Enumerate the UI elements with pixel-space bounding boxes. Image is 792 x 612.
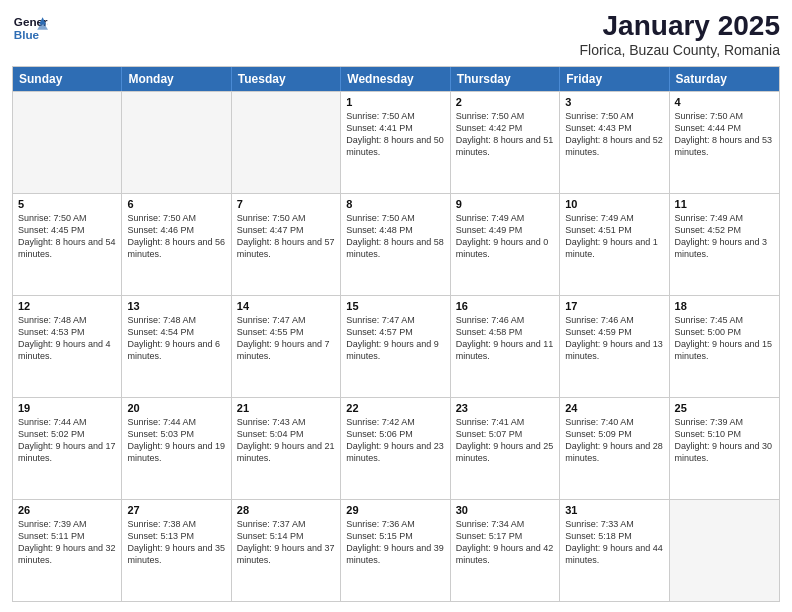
cell-info: Sunrise: 7:49 AM Sunset: 4:51 PM Dayligh… <box>565 212 663 261</box>
day-number: 29 <box>346 504 444 516</box>
cal-cell: 6Sunrise: 7:50 AM Sunset: 4:46 PM Daylig… <box>122 194 231 295</box>
week-row-5: 26Sunrise: 7:39 AM Sunset: 5:11 PM Dayli… <box>13 499 779 601</box>
cell-info: Sunrise: 7:50 AM Sunset: 4:44 PM Dayligh… <box>675 110 774 159</box>
week-row-1: 1Sunrise: 7:50 AM Sunset: 4:41 PM Daylig… <box>13 91 779 193</box>
cell-info: Sunrise: 7:50 AM Sunset: 4:46 PM Dayligh… <box>127 212 225 261</box>
svg-text:Blue: Blue <box>14 28 40 41</box>
logo: General Blue <box>12 10 48 46</box>
week-row-4: 19Sunrise: 7:44 AM Sunset: 5:02 PM Dayli… <box>13 397 779 499</box>
week-row-3: 12Sunrise: 7:48 AM Sunset: 4:53 PM Dayli… <box>13 295 779 397</box>
cell-info: Sunrise: 7:50 AM Sunset: 4:45 PM Dayligh… <box>18 212 116 261</box>
cal-cell: 30Sunrise: 7:34 AM Sunset: 5:17 PM Dayli… <box>451 500 560 601</box>
month-title: January 2025 <box>580 10 781 42</box>
cal-cell: 13Sunrise: 7:48 AM Sunset: 4:54 PM Dayli… <box>122 296 231 397</box>
cal-cell: 29Sunrise: 7:36 AM Sunset: 5:15 PM Dayli… <box>341 500 450 601</box>
logo-icon: General Blue <box>12 10 48 46</box>
cal-cell: 17Sunrise: 7:46 AM Sunset: 4:59 PM Dayli… <box>560 296 669 397</box>
cal-cell: 19Sunrise: 7:44 AM Sunset: 5:02 PM Dayli… <box>13 398 122 499</box>
cal-cell: 28Sunrise: 7:37 AM Sunset: 5:14 PM Dayli… <box>232 500 341 601</box>
day-number: 21 <box>237 402 335 414</box>
cal-cell: 2Sunrise: 7:50 AM Sunset: 4:42 PM Daylig… <box>451 92 560 193</box>
day-number: 18 <box>675 300 774 312</box>
cell-info: Sunrise: 7:47 AM Sunset: 4:55 PM Dayligh… <box>237 314 335 363</box>
day-number: 4 <box>675 96 774 108</box>
day-number: 15 <box>346 300 444 312</box>
day-number: 1 <box>346 96 444 108</box>
cell-info: Sunrise: 7:33 AM Sunset: 5:18 PM Dayligh… <box>565 518 663 567</box>
day-number: 22 <box>346 402 444 414</box>
calendar-header: SundayMondayTuesdayWednesdayThursdayFrid… <box>13 67 779 91</box>
cal-cell: 31Sunrise: 7:33 AM Sunset: 5:18 PM Dayli… <box>560 500 669 601</box>
cal-cell: 14Sunrise: 7:47 AM Sunset: 4:55 PM Dayli… <box>232 296 341 397</box>
day-number: 11 <box>675 198 774 210</box>
cal-cell: 5Sunrise: 7:50 AM Sunset: 4:45 PM Daylig… <box>13 194 122 295</box>
day-number: 27 <box>127 504 225 516</box>
cell-info: Sunrise: 7:37 AM Sunset: 5:14 PM Dayligh… <box>237 518 335 567</box>
cell-info: Sunrise: 7:48 AM Sunset: 4:53 PM Dayligh… <box>18 314 116 363</box>
cell-info: Sunrise: 7:44 AM Sunset: 5:03 PM Dayligh… <box>127 416 225 465</box>
cal-cell <box>13 92 122 193</box>
day-number: 19 <box>18 402 116 414</box>
cell-info: Sunrise: 7:47 AM Sunset: 4:57 PM Dayligh… <box>346 314 444 363</box>
cal-cell: 18Sunrise: 7:45 AM Sunset: 5:00 PM Dayli… <box>670 296 779 397</box>
day-number: 28 <box>237 504 335 516</box>
day-number: 6 <box>127 198 225 210</box>
cal-cell: 7Sunrise: 7:50 AM Sunset: 4:47 PM Daylig… <box>232 194 341 295</box>
header-cell-sunday: Sunday <box>13 67 122 91</box>
day-number: 8 <box>346 198 444 210</box>
header-cell-thursday: Thursday <box>451 67 560 91</box>
cell-info: Sunrise: 7:50 AM Sunset: 4:43 PM Dayligh… <box>565 110 663 159</box>
header-cell-monday: Monday <box>122 67 231 91</box>
calendar-body: 1Sunrise: 7:50 AM Sunset: 4:41 PM Daylig… <box>13 91 779 601</box>
cal-cell: 26Sunrise: 7:39 AM Sunset: 5:11 PM Dayli… <box>13 500 122 601</box>
day-number: 16 <box>456 300 554 312</box>
day-number: 12 <box>18 300 116 312</box>
cell-info: Sunrise: 7:45 AM Sunset: 5:00 PM Dayligh… <box>675 314 774 363</box>
cell-info: Sunrise: 7:44 AM Sunset: 5:02 PM Dayligh… <box>18 416 116 465</box>
cal-cell: 9Sunrise: 7:49 AM Sunset: 4:49 PM Daylig… <box>451 194 560 295</box>
cal-cell: 8Sunrise: 7:50 AM Sunset: 4:48 PM Daylig… <box>341 194 450 295</box>
header-cell-friday: Friday <box>560 67 669 91</box>
cell-info: Sunrise: 7:50 AM Sunset: 4:42 PM Dayligh… <box>456 110 554 159</box>
day-number: 24 <box>565 402 663 414</box>
cell-info: Sunrise: 7:40 AM Sunset: 5:09 PM Dayligh… <box>565 416 663 465</box>
cell-info: Sunrise: 7:50 AM Sunset: 4:47 PM Dayligh… <box>237 212 335 261</box>
cell-info: Sunrise: 7:34 AM Sunset: 5:17 PM Dayligh… <box>456 518 554 567</box>
header-cell-wednesday: Wednesday <box>341 67 450 91</box>
header-cell-saturday: Saturday <box>670 67 779 91</box>
cal-cell: 1Sunrise: 7:50 AM Sunset: 4:41 PM Daylig… <box>341 92 450 193</box>
cal-cell: 10Sunrise: 7:49 AM Sunset: 4:51 PM Dayli… <box>560 194 669 295</box>
cell-info: Sunrise: 7:50 AM Sunset: 4:41 PM Dayligh… <box>346 110 444 159</box>
day-number: 9 <box>456 198 554 210</box>
cal-cell: 11Sunrise: 7:49 AM Sunset: 4:52 PM Dayli… <box>670 194 779 295</box>
cal-cell <box>232 92 341 193</box>
cell-info: Sunrise: 7:42 AM Sunset: 5:06 PM Dayligh… <box>346 416 444 465</box>
cal-cell: 4Sunrise: 7:50 AM Sunset: 4:44 PM Daylig… <box>670 92 779 193</box>
day-number: 17 <box>565 300 663 312</box>
cal-cell <box>122 92 231 193</box>
day-number: 7 <box>237 198 335 210</box>
cal-cell: 15Sunrise: 7:47 AM Sunset: 4:57 PM Dayli… <box>341 296 450 397</box>
cell-info: Sunrise: 7:43 AM Sunset: 5:04 PM Dayligh… <box>237 416 335 465</box>
week-row-2: 5Sunrise: 7:50 AM Sunset: 4:45 PM Daylig… <box>13 193 779 295</box>
day-number: 5 <box>18 198 116 210</box>
cell-info: Sunrise: 7:36 AM Sunset: 5:15 PM Dayligh… <box>346 518 444 567</box>
cal-cell <box>670 500 779 601</box>
cal-cell: 24Sunrise: 7:40 AM Sunset: 5:09 PM Dayli… <box>560 398 669 499</box>
cell-info: Sunrise: 7:46 AM Sunset: 4:59 PM Dayligh… <box>565 314 663 363</box>
cell-info: Sunrise: 7:41 AM Sunset: 5:07 PM Dayligh… <box>456 416 554 465</box>
title-block: January 2025 Florica, Buzau County, Roma… <box>580 10 781 58</box>
cal-cell: 27Sunrise: 7:38 AM Sunset: 5:13 PM Dayli… <box>122 500 231 601</box>
cal-cell: 25Sunrise: 7:39 AM Sunset: 5:10 PM Dayli… <box>670 398 779 499</box>
day-number: 26 <box>18 504 116 516</box>
cell-info: Sunrise: 7:39 AM Sunset: 5:10 PM Dayligh… <box>675 416 774 465</box>
day-number: 3 <box>565 96 663 108</box>
cell-info: Sunrise: 7:46 AM Sunset: 4:58 PM Dayligh… <box>456 314 554 363</box>
cell-info: Sunrise: 7:38 AM Sunset: 5:13 PM Dayligh… <box>127 518 225 567</box>
cell-info: Sunrise: 7:49 AM Sunset: 4:49 PM Dayligh… <box>456 212 554 261</box>
day-number: 14 <box>237 300 335 312</box>
day-number: 2 <box>456 96 554 108</box>
day-number: 25 <box>675 402 774 414</box>
day-number: 13 <box>127 300 225 312</box>
cal-cell: 23Sunrise: 7:41 AM Sunset: 5:07 PM Dayli… <box>451 398 560 499</box>
